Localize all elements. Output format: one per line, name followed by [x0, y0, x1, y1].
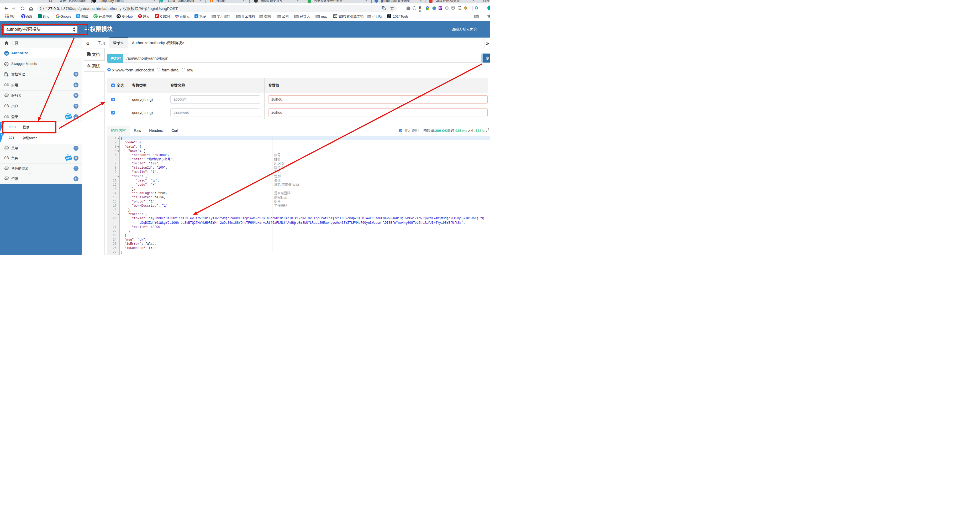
- svg-text:API: API: [5, 147, 8, 149]
- svg-text:API: API: [5, 177, 8, 179]
- svg-text:API: API: [5, 116, 8, 117]
- svg-text:API: API: [5, 105, 8, 107]
- svg-text:API: API: [5, 84, 8, 85]
- svg-text:x: x: [384, 8, 385, 10]
- svg-text:API: API: [5, 167, 8, 169]
- svg-text:API: API: [5, 157, 8, 159]
- svg-text:API: API: [5, 94, 8, 96]
